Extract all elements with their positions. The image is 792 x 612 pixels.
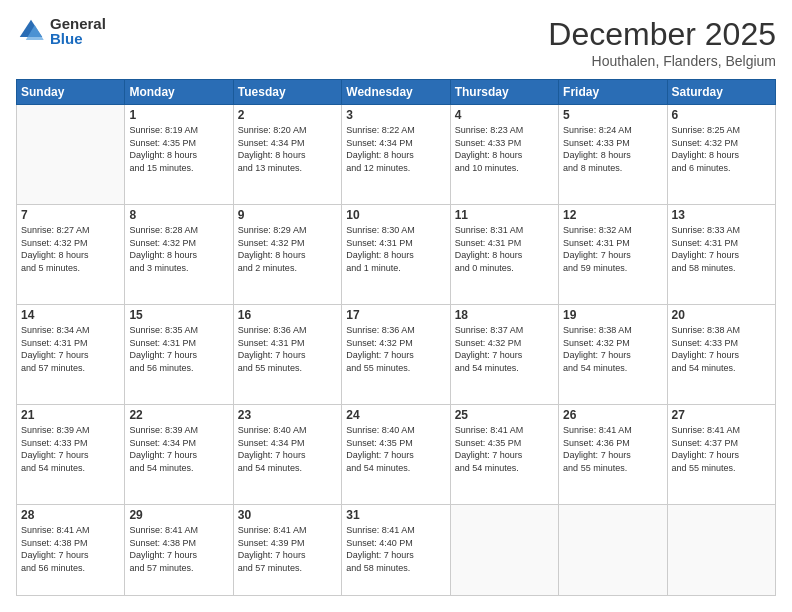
cell-info: Sunrise: 8:27 AM Sunset: 4:32 PM Dayligh… bbox=[21, 224, 120, 274]
day-number: 14 bbox=[21, 308, 120, 322]
weekday-header-cell: Friday bbox=[559, 80, 667, 105]
cell-info: Sunrise: 8:31 AM Sunset: 4:31 PM Dayligh… bbox=[455, 224, 554, 274]
cell-info: Sunrise: 8:33 AM Sunset: 4:31 PM Dayligh… bbox=[672, 224, 771, 274]
calendar-week-row: 1Sunrise: 8:19 AM Sunset: 4:35 PM Daylig… bbox=[17, 105, 776, 205]
day-number: 23 bbox=[238, 408, 337, 422]
cell-info: Sunrise: 8:40 AM Sunset: 4:35 PM Dayligh… bbox=[346, 424, 445, 474]
cell-info: Sunrise: 8:25 AM Sunset: 4:32 PM Dayligh… bbox=[672, 124, 771, 174]
calendar-cell: 3Sunrise: 8:22 AM Sunset: 4:34 PM Daylig… bbox=[342, 105, 450, 205]
logo-icon bbox=[16, 16, 46, 46]
calendar-cell bbox=[17, 105, 125, 205]
header: General Blue December 2025 Houthalen, Fl… bbox=[16, 16, 776, 69]
cell-info: Sunrise: 8:38 AM Sunset: 4:33 PM Dayligh… bbox=[672, 324, 771, 374]
calendar-cell: 19Sunrise: 8:38 AM Sunset: 4:32 PM Dayli… bbox=[559, 305, 667, 405]
cell-info: Sunrise: 8:29 AM Sunset: 4:32 PM Dayligh… bbox=[238, 224, 337, 274]
cell-info: Sunrise: 8:39 AM Sunset: 4:33 PM Dayligh… bbox=[21, 424, 120, 474]
calendar-cell: 9Sunrise: 8:29 AM Sunset: 4:32 PM Daylig… bbox=[233, 205, 341, 305]
cell-info: Sunrise: 8:41 AM Sunset: 4:39 PM Dayligh… bbox=[238, 524, 337, 574]
day-number: 8 bbox=[129, 208, 228, 222]
calendar-cell: 22Sunrise: 8:39 AM Sunset: 4:34 PM Dayli… bbox=[125, 405, 233, 505]
cell-info: Sunrise: 8:37 AM Sunset: 4:32 PM Dayligh… bbox=[455, 324, 554, 374]
logo-text: General Blue bbox=[50, 16, 106, 46]
day-number: 6 bbox=[672, 108, 771, 122]
cell-info: Sunrise: 8:22 AM Sunset: 4:34 PM Dayligh… bbox=[346, 124, 445, 174]
calendar-cell: 11Sunrise: 8:31 AM Sunset: 4:31 PM Dayli… bbox=[450, 205, 558, 305]
day-number: 25 bbox=[455, 408, 554, 422]
calendar-cell bbox=[450, 505, 558, 596]
cell-info: Sunrise: 8:34 AM Sunset: 4:31 PM Dayligh… bbox=[21, 324, 120, 374]
day-number: 9 bbox=[238, 208, 337, 222]
weekday-header-cell: Wednesday bbox=[342, 80, 450, 105]
calendar-cell: 20Sunrise: 8:38 AM Sunset: 4:33 PM Dayli… bbox=[667, 305, 775, 405]
calendar-cell bbox=[667, 505, 775, 596]
day-number: 18 bbox=[455, 308, 554, 322]
calendar-cell: 27Sunrise: 8:41 AM Sunset: 4:37 PM Dayli… bbox=[667, 405, 775, 505]
day-number: 17 bbox=[346, 308, 445, 322]
day-number: 16 bbox=[238, 308, 337, 322]
cell-info: Sunrise: 8:36 AM Sunset: 4:32 PM Dayligh… bbox=[346, 324, 445, 374]
title-block: December 2025 Houthalen, Flanders, Belgi… bbox=[548, 16, 776, 69]
calendar-cell: 5Sunrise: 8:24 AM Sunset: 4:33 PM Daylig… bbox=[559, 105, 667, 205]
calendar-cell: 29Sunrise: 8:41 AM Sunset: 4:38 PM Dayli… bbox=[125, 505, 233, 596]
day-number: 19 bbox=[563, 308, 662, 322]
calendar-cell: 12Sunrise: 8:32 AM Sunset: 4:31 PM Dayli… bbox=[559, 205, 667, 305]
day-number: 28 bbox=[21, 508, 120, 522]
day-number: 22 bbox=[129, 408, 228, 422]
calendar-cell: 18Sunrise: 8:37 AM Sunset: 4:32 PM Dayli… bbox=[450, 305, 558, 405]
page: General Blue December 2025 Houthalen, Fl… bbox=[0, 0, 792, 612]
calendar-cell: 30Sunrise: 8:41 AM Sunset: 4:39 PM Dayli… bbox=[233, 505, 341, 596]
calendar-cell: 2Sunrise: 8:20 AM Sunset: 4:34 PM Daylig… bbox=[233, 105, 341, 205]
location-title: Houthalen, Flanders, Belgium bbox=[548, 53, 776, 69]
calendar-week-row: 14Sunrise: 8:34 AM Sunset: 4:31 PM Dayli… bbox=[17, 305, 776, 405]
cell-info: Sunrise: 8:36 AM Sunset: 4:31 PM Dayligh… bbox=[238, 324, 337, 374]
day-number: 26 bbox=[563, 408, 662, 422]
cell-info: Sunrise: 8:41 AM Sunset: 4:36 PM Dayligh… bbox=[563, 424, 662, 474]
day-number: 29 bbox=[129, 508, 228, 522]
weekday-header-cell: Saturday bbox=[667, 80, 775, 105]
day-number: 7 bbox=[21, 208, 120, 222]
calendar-week-row: 7Sunrise: 8:27 AM Sunset: 4:32 PM Daylig… bbox=[17, 205, 776, 305]
day-number: 27 bbox=[672, 408, 771, 422]
cell-info: Sunrise: 8:41 AM Sunset: 4:40 PM Dayligh… bbox=[346, 524, 445, 574]
cell-info: Sunrise: 8:38 AM Sunset: 4:32 PM Dayligh… bbox=[563, 324, 662, 374]
logo-general: General bbox=[50, 16, 106, 31]
cell-info: Sunrise: 8:30 AM Sunset: 4:31 PM Dayligh… bbox=[346, 224, 445, 274]
day-number: 21 bbox=[21, 408, 120, 422]
day-number: 3 bbox=[346, 108, 445, 122]
weekday-header-cell: Thursday bbox=[450, 80, 558, 105]
cell-info: Sunrise: 8:35 AM Sunset: 4:31 PM Dayligh… bbox=[129, 324, 228, 374]
calendar-table: SundayMondayTuesdayWednesdayThursdayFrid… bbox=[16, 79, 776, 596]
cell-info: Sunrise: 8:41 AM Sunset: 4:38 PM Dayligh… bbox=[21, 524, 120, 574]
calendar-week-row: 21Sunrise: 8:39 AM Sunset: 4:33 PM Dayli… bbox=[17, 405, 776, 505]
calendar-cell: 6Sunrise: 8:25 AM Sunset: 4:32 PM Daylig… bbox=[667, 105, 775, 205]
day-number: 10 bbox=[346, 208, 445, 222]
calendar-cell: 14Sunrise: 8:34 AM Sunset: 4:31 PM Dayli… bbox=[17, 305, 125, 405]
cell-info: Sunrise: 8:40 AM Sunset: 4:34 PM Dayligh… bbox=[238, 424, 337, 474]
calendar-cell: 16Sunrise: 8:36 AM Sunset: 4:31 PM Dayli… bbox=[233, 305, 341, 405]
day-number: 20 bbox=[672, 308, 771, 322]
calendar-cell: 17Sunrise: 8:36 AM Sunset: 4:32 PM Dayli… bbox=[342, 305, 450, 405]
calendar-week-row: 28Sunrise: 8:41 AM Sunset: 4:38 PM Dayli… bbox=[17, 505, 776, 596]
day-number: 1 bbox=[129, 108, 228, 122]
weekday-header-row: SundayMondayTuesdayWednesdayThursdayFrid… bbox=[17, 80, 776, 105]
month-title: December 2025 bbox=[548, 16, 776, 53]
weekday-header-cell: Monday bbox=[125, 80, 233, 105]
calendar-cell: 13Sunrise: 8:33 AM Sunset: 4:31 PM Dayli… bbox=[667, 205, 775, 305]
calendar-cell: 8Sunrise: 8:28 AM Sunset: 4:32 PM Daylig… bbox=[125, 205, 233, 305]
cell-info: Sunrise: 8:41 AM Sunset: 4:35 PM Dayligh… bbox=[455, 424, 554, 474]
calendar-cell: 25Sunrise: 8:41 AM Sunset: 4:35 PM Dayli… bbox=[450, 405, 558, 505]
logo-blue: Blue bbox=[50, 31, 106, 46]
day-number: 31 bbox=[346, 508, 445, 522]
calendar-cell: 4Sunrise: 8:23 AM Sunset: 4:33 PM Daylig… bbox=[450, 105, 558, 205]
day-number: 5 bbox=[563, 108, 662, 122]
cell-info: Sunrise: 8:24 AM Sunset: 4:33 PM Dayligh… bbox=[563, 124, 662, 174]
day-number: 2 bbox=[238, 108, 337, 122]
calendar-body: 1Sunrise: 8:19 AM Sunset: 4:35 PM Daylig… bbox=[17, 105, 776, 596]
day-number: 11 bbox=[455, 208, 554, 222]
cell-info: Sunrise: 8:41 AM Sunset: 4:38 PM Dayligh… bbox=[129, 524, 228, 574]
calendar-cell: 10Sunrise: 8:30 AM Sunset: 4:31 PM Dayli… bbox=[342, 205, 450, 305]
cell-info: Sunrise: 8:28 AM Sunset: 4:32 PM Dayligh… bbox=[129, 224, 228, 274]
cell-info: Sunrise: 8:41 AM Sunset: 4:37 PM Dayligh… bbox=[672, 424, 771, 474]
calendar-cell: 21Sunrise: 8:39 AM Sunset: 4:33 PM Dayli… bbox=[17, 405, 125, 505]
day-number: 12 bbox=[563, 208, 662, 222]
